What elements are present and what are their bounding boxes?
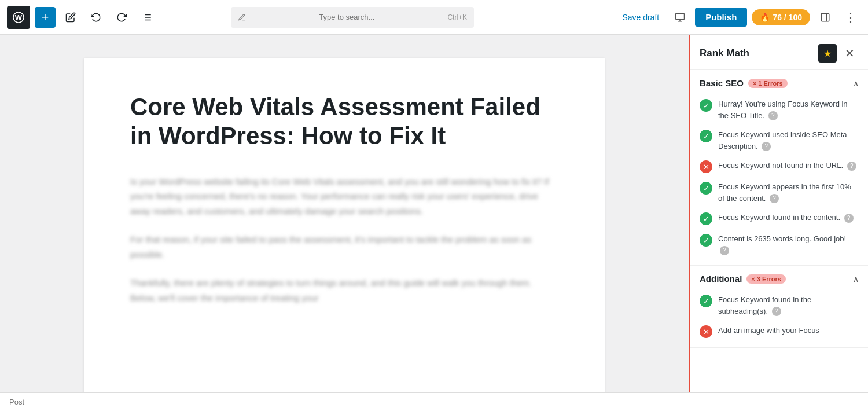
check-item-seo-title: ✓ Hurray! You're using Focus Keyword in … [700,98,859,121]
check-text-meta-desc: Focus Keyword used inside SEO Meta Descr… [718,129,859,152]
section-title-row: Basic SEO × 1 Errors [700,78,788,88]
additional-section-content: ✓ Focus Keyword found in the subheading(… [690,292,868,347]
additional-section: Additional × 3 Errors ∧ ✓ Focus Keyword … [690,266,868,348]
toolbar: W + [0,0,868,35]
rank-math-panel: Rank Math ★ ✕ Basic SEO × 1 Errors ∧ [689,35,868,392]
sidebar-icon [820,12,830,23]
close-panel-button[interactable]: ✕ [840,44,859,63]
sidebar-toggle-button[interactable] [815,7,836,28]
success-icon: ✓ [700,130,712,142]
check-item-url: ✕ Focus Keyword not found in the URL. ? [700,160,859,173]
keyboard-shortcut-label: Ctrl+K [447,13,467,21]
check-item-subheading: ✓ Focus Keyword found in the subheading(… [700,294,859,317]
paragraph-1: Is your WordPress website failing its Co… [130,174,558,219]
success-icon: ✓ [700,212,712,225]
success-icon: ✓ [700,295,712,307]
panel-title: Rank Math [700,47,749,59]
additional-title: Additional [700,274,742,284]
svg-rect-11 [821,13,829,21]
check-item-first-10: ✓ Focus Keyword appears in the first 10%… [700,181,859,204]
post-status-label: Post [9,398,24,406]
search-input[interactable] [251,13,443,21]
monitor-icon [675,12,685,23]
basic-seo-chevron-icon: ∧ [853,79,859,88]
search-bar: Ctrl+K [231,7,474,28]
section-title-row-additional: Additional × 3 Errors [700,274,786,284]
info-icon[interactable]: ? [768,111,778,120]
basic-seo-section: Basic SEO × 1 Errors ∧ ✓ Hurray! You're … [690,70,868,266]
seo-score-badge[interactable]: 🔥 76 / 100 [752,9,810,25]
check-text-url: Focus Keyword not found in the URL. ? [718,160,859,171]
list-view-button[interactable] [137,7,157,28]
check-text-subheading: Focus Keyword found in the subheading(s)… [718,294,859,317]
additional-section-header[interactable]: Additional × 3 Errors ∧ [690,266,868,292]
basic-seo-title: Basic SEO [700,78,744,88]
main-area: Core Web Vitals Assessment Failed in Wor… [0,35,868,392]
check-item-word-count: ✓ Content is 2635 words long. Good job! … [700,233,859,256]
check-item-image: ✕ Add an image with your Focus [700,325,859,338]
info-icon[interactable]: ? [770,194,779,203]
additional-error-count: 3 Errors [757,276,781,282]
editor-content: Core Web Vitals Assessment Failed in Wor… [84,58,605,392]
post-body[interactable]: Is your WordPress website failing its Co… [130,174,558,306]
error-icon: ✕ [700,325,712,338]
basic-seo-section-content: ✓ Hurray! You're using Focus Keyword in … [690,96,868,265]
save-draft-button[interactable]: Save draft [616,9,665,25]
panel-header: Rank Math ★ ✕ [690,35,868,70]
edit-tool-button[interactable] [60,7,81,28]
success-icon: ✓ [700,234,712,247]
panel-header-actions: ★ ✕ [818,44,859,63]
info-icon[interactable]: ? [844,214,854,223]
wp-logo-icon[interactable]: W [7,6,30,29]
basic-seo-error-badge: × 1 Errors [748,79,788,88]
redo-button[interactable] [111,7,132,28]
paragraph-3: Thankfully, there are plenty of strategi… [130,276,558,305]
score-value: 76 / 100 [773,13,802,22]
basic-seo-section-header[interactable]: Basic SEO × 1 Errors ∧ [690,70,868,96]
post-title[interactable]: Core Web Vitals Assessment Failed in Wor… [130,93,558,151]
panel-body: Basic SEO × 1 Errors ∧ ✓ Hurray! You're … [690,70,868,392]
feather-pen-icon [238,13,246,21]
preview-button[interactable] [670,7,690,28]
check-text-word-count: Content is 2635 words long. Good job! ? [718,233,859,256]
svg-text:W: W [15,13,23,22]
info-icon[interactable]: ? [720,246,729,255]
x-icon: × [751,276,755,282]
check-item-meta-desc: ✓ Focus Keyword used inside SEO Meta Des… [700,129,859,152]
status-bar: Post [0,392,868,411]
more-options-button[interactable]: ⋮ [840,7,861,28]
info-icon[interactable]: ? [847,162,856,171]
success-icon: ✓ [700,182,712,195]
svg-rect-8 [676,13,685,20]
toolbar-right-actions: Save draft Publish 🔥 76 / 100 ⋮ [616,7,861,28]
editor-area[interactable]: Core Web Vitals Assessment Failed in Wor… [0,35,689,392]
check-text-seo-title: Hurray! You're using Focus Keyword in th… [718,98,859,121]
additional-error-badge: × 3 Errors [746,274,786,284]
info-icon[interactable]: ? [772,307,781,316]
paragraph-2: For that reason, if your site failed to … [130,232,558,262]
star-button[interactable]: ★ [818,44,837,63]
check-text-image: Add an image with your Focus [718,325,859,336]
add-block-button[interactable]: + [35,7,56,28]
check-text-content: Focus Keyword found in the content. ? [718,212,859,223]
publish-button[interactable]: Publish [695,8,747,27]
x-icon: × [753,80,756,87]
basic-seo-error-count: 1 Errors [758,80,782,87]
check-item-content: ✓ Focus Keyword found in the content. ? [700,212,859,225]
error-icon: ✕ [700,160,712,173]
check-text-first-10: Focus Keyword appears in the first 10% o… [718,181,859,204]
ellipsis-icon: ⋮ [845,10,856,24]
flame-icon: 🔥 [760,13,770,22]
additional-chevron-icon: ∧ [853,274,859,284]
info-icon[interactable]: ? [762,142,771,151]
success-icon: ✓ [700,99,712,112]
undo-button[interactable] [86,7,106,28]
